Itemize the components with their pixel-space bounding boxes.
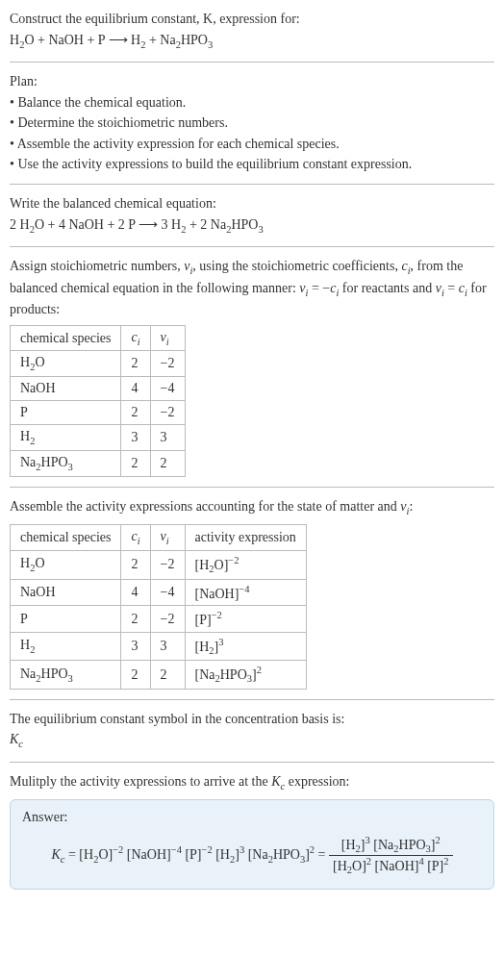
table-cell: 2: [150, 661, 185, 689]
table-cell: NaOH: [11, 377, 121, 401]
table-header-row: chemical species ci νi activity expressi…: [11, 525, 307, 551]
table-cell: −4: [150, 579, 185, 606]
divider: [10, 762, 494, 763]
table-cell: −4: [150, 377, 185, 401]
table-cell: −2: [150, 401, 185, 425]
table-cell: Na2HPO3: [11, 661, 121, 689]
answer-fraction: [H2]3 [Na2HPO3]2[H2O]2 [NaOH]4 [P]2: [329, 835, 453, 875]
balanced-section: Write the balanced chemical equation: 2 …: [10, 194, 494, 237]
table-cell: [H2]3: [185, 632, 306, 660]
table-header: νi: [150, 525, 185, 551]
table-cell: 4: [121, 377, 150, 401]
table-cell: 2: [121, 351, 150, 377]
stoich-text: Assign stoichiometric numbers, νi, using…: [10, 257, 494, 319]
multiply-text: Mulitply the activity expressions to arr…: [10, 772, 494, 793]
table-cell: [NaOH]−4: [185, 579, 306, 606]
plan-item: • Balance the chemical equation.: [10, 93, 494, 113]
kc-symbol-text: The equilibrium constant symbol in the c…: [10, 710, 494, 729]
table-row: NaOH 4 −4 [NaOH]−4: [11, 579, 307, 606]
table-row: H2O 2 −2: [11, 351, 186, 377]
table-header-row: chemical species ci νi: [11, 325, 186, 351]
table-header: chemical species: [11, 525, 121, 551]
prompt-equation: H2O + NaOH + P ⟶ H2 + Na2HPO3: [10, 31, 494, 52]
prompt-line-1: Construct the equilibrium constant, K, e…: [10, 10, 494, 29]
kc-symbol: Kc: [10, 730, 494, 751]
activity-table: chemical species ci νi activity expressi…: [10, 524, 307, 689]
plan-heading: Plan:: [10, 72, 494, 91]
table-cell: 2: [121, 401, 150, 425]
table-header: νi: [150, 325, 185, 351]
table-row: Na2HPO3 2 2: [11, 451, 186, 477]
table-row: H2O 2 −2 [H2O]−2: [11, 551, 307, 579]
fraction-numerator: [H2]3 [Na2HPO3]2: [329, 835, 453, 855]
plan-item: • Use the activity expressions to build …: [10, 155, 494, 174]
table-cell: 2: [150, 451, 185, 477]
multiply-section: Mulitply the activity expressions to arr…: [10, 772, 494, 890]
table-cell: Na2HPO3: [11, 451, 121, 477]
table-cell: −2: [150, 551, 185, 579]
table-cell: [P]−2: [185, 606, 306, 633]
table-row: P 2 −2: [11, 401, 186, 425]
activity-text: Assemble the activity expressions accoun…: [10, 497, 494, 518]
answer-expression: Kc = [H2O]−2 [NaOH]−4 [P]−2 [H2]3 [Na2HP…: [22, 831, 482, 879]
table-cell: H2: [11, 632, 121, 660]
table-cell: 4: [121, 579, 150, 606]
plan-item: • Determine the stoichiometric numbers.: [10, 113, 494, 133]
table-cell: H2: [11, 425, 121, 451]
table-cell: 3: [121, 425, 150, 451]
table-row: NaOH 4 −4: [11, 377, 186, 401]
answer-lhs: Kc = [H2O]−2 [NaOH]−4 [P]−2 [H2]3 [Na2HP…: [51, 847, 329, 862]
table-header: chemical species: [11, 325, 121, 351]
table-cell: [H2O]−2: [185, 551, 306, 579]
divider: [10, 246, 494, 247]
table-cell: NaOH: [11, 579, 121, 606]
table-cell: −2: [150, 606, 185, 633]
table-cell: H2O: [11, 551, 121, 579]
table-cell: 2: [121, 451, 150, 477]
table-row: Na2HPO3 2 2 [Na2HPO3]2: [11, 661, 307, 689]
divider: [10, 699, 494, 700]
document-body: Construct the equilibrium constant, K, e…: [0, 0, 504, 903]
table-row: H2 3 3 [H2]3: [11, 632, 307, 660]
table-header: ci: [121, 525, 150, 551]
activity-section: Assemble the activity expressions accoun…: [10, 497, 494, 690]
fraction-denominator: [H2O]2 [NaOH]4 [P]2: [329, 856, 453, 875]
table-cell: 2: [121, 661, 150, 689]
stoich-table: chemical species ci νi H2O 2 −2 NaOH 4 −…: [10, 325, 186, 477]
table-header: ci: [121, 325, 150, 351]
table-cell: −2: [150, 351, 185, 377]
balanced-heading: Write the balanced chemical equation:: [10, 194, 494, 214]
plan-item: • Assemble the activity expression for e…: [10, 135, 494, 154]
answer-label: Answer:: [22, 810, 482, 825]
table-cell: 3: [150, 632, 185, 660]
plan-section: Plan: • Balance the chemical equation. •…: [10, 72, 494, 174]
prompt-section: Construct the equilibrium constant, K, e…: [10, 10, 494, 52]
table-cell: [Na2HPO3]2: [185, 661, 306, 689]
answer-box: Answer: Kc = [H2O]−2 [NaOH]−4 [P]−2 [H2]…: [10, 799, 494, 890]
table-cell: P: [11, 401, 121, 425]
divider: [10, 487, 494, 488]
kc-symbol-section: The equilibrium constant symbol in the c…: [10, 710, 494, 752]
divider: [10, 184, 494, 185]
table-cell: 3: [121, 632, 150, 660]
table-cell: 2: [121, 606, 150, 633]
table-row: P 2 −2 [P]−2: [11, 606, 307, 633]
table-header: activity expression: [185, 525, 306, 551]
table-cell: P: [11, 606, 121, 633]
divider: [10, 62, 494, 63]
table-cell: 3: [150, 425, 185, 451]
table-cell: 2: [121, 551, 150, 579]
balanced-equation: 2 H2O + 4 NaOH + 2 P ⟶ 3 H2 + 2 Na2HPO3: [10, 215, 494, 237]
table-cell: H2O: [11, 351, 121, 377]
stoich-section: Assign stoichiometric numbers, νi, using…: [10, 257, 494, 477]
table-row: H2 3 3: [11, 425, 186, 451]
